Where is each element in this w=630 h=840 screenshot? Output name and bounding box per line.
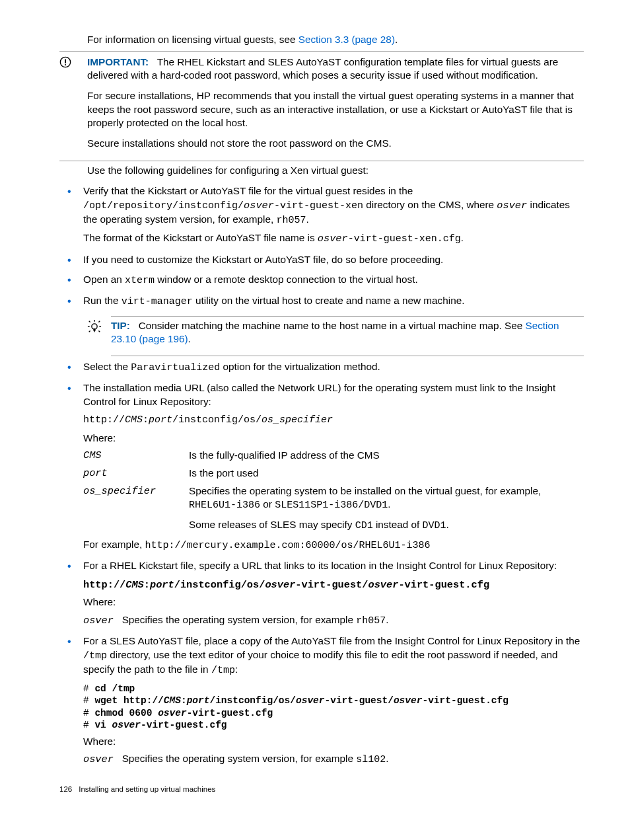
guidelines-intro: Use the following guidelines for configu… bbox=[87, 164, 584, 178]
term-spec: os_specifier bbox=[83, 484, 189, 533]
b4-code: virt-manager bbox=[122, 296, 193, 307]
bullet-8: For a SLES AutoYaST file, place a copy o… bbox=[59, 634, 584, 767]
b8-where: Where: bbox=[83, 735, 584, 749]
b3-code: xterm bbox=[125, 275, 155, 286]
b8-def: osver Specifies the operating system ver… bbox=[83, 752, 584, 767]
divider bbox=[111, 356, 584, 356]
b8-d-pre: Specifies the operating system version, … bbox=[122, 753, 357, 764]
b8-p1: For a SLES AutoYaST file, place a copy o… bbox=[83, 634, 584, 677]
b1-l2-code: -virt-guest-xen.cfg bbox=[348, 233, 461, 245]
bullet-7: For a RHEL Kickstart file, specify a URL… bbox=[59, 559, 584, 628]
term-port: port bbox=[83, 467, 189, 480]
svg-point-3 bbox=[92, 324, 97, 329]
b4-pre: Run the bbox=[83, 295, 122, 306]
b7-d-post: . bbox=[386, 614, 388, 625]
b1-post3: . bbox=[306, 213, 309, 225]
b7-p1: For a RHEL Kickstart file, specify a URL… bbox=[83, 559, 584, 573]
tip-label: TIP: bbox=[111, 320, 130, 331]
bullet-5: Select the Paravirtualized option for th… bbox=[59, 360, 584, 375]
b1-l2-pre: The format of the Kickstart or AutoYaST … bbox=[83, 232, 318, 243]
b7-term: osver bbox=[83, 615, 114, 627]
b1-l2-i: osver bbox=[318, 233, 348, 245]
b5-code: Paravirtualized bbox=[131, 362, 220, 373]
b7-where: Where: bbox=[83, 595, 584, 609]
b8-term: osver bbox=[83, 753, 114, 765]
bullet-list-1: Verify that the Kickstart or AutoYaST fi… bbox=[59, 184, 584, 309]
desc-port: Is the port used bbox=[189, 467, 584, 480]
svg-line-7 bbox=[89, 321, 90, 322]
page-number: 126 bbox=[59, 784, 72, 795]
b6-url: http://CMS:port/instconfig/os/os_specifi… bbox=[83, 414, 584, 427]
b6-where: Where: bbox=[83, 432, 584, 445]
b7-d-code: rh057 bbox=[356, 615, 386, 627]
b1-post1: directory on the CMS, where bbox=[363, 199, 497, 210]
intro-text: For information on licensing virtual gue… bbox=[87, 33, 584, 47]
b6-example: For example, http://mercury.example.com:… bbox=[83, 538, 584, 553]
divider bbox=[59, 51, 584, 52]
b5-post: option for the virtualization method. bbox=[220, 361, 380, 372]
tip-post: . bbox=[188, 333, 191, 344]
b6-p1: The installation media URL (also called … bbox=[83, 381, 584, 408]
b1-code1b: -virt-guest-xen bbox=[274, 200, 363, 211]
important-p3: Secure installations should not store th… bbox=[87, 137, 584, 151]
def-table: CMSIs the fully-qualified IP address of … bbox=[83, 449, 584, 532]
b7-d-pre: Specifies the operating system version, … bbox=[122, 614, 357, 625]
desc-spec: Specifies the operating system to be ins… bbox=[189, 484, 584, 533]
b1-code1: /opt/repository/instconfig/ bbox=[83, 200, 244, 211]
b8-d-code: sl102 bbox=[356, 754, 386, 765]
footer-title: Installing and setting up virtual machin… bbox=[79, 784, 215, 795]
b3-pre: Open an bbox=[83, 274, 125, 285]
important-p2: For secure installations, HP recommends … bbox=[87, 89, 584, 130]
b4-post: utility on the virtual host to create an… bbox=[193, 295, 465, 306]
bullet-1: Verify that the Kickstart or AutoYaST fi… bbox=[59, 184, 584, 246]
tip-callout: TIP: Consider matching the machine name … bbox=[87, 319, 584, 353]
important-callout: IMPORTANT: The RHEL Kickstart and SLES A… bbox=[59, 56, 584, 157]
b5-pre: Select the bbox=[83, 361, 131, 372]
svg-rect-2 bbox=[65, 64, 66, 65]
b1-l2-post: . bbox=[461, 232, 464, 243]
divider bbox=[59, 161, 584, 161]
important-p1-text: The RHEL Kickstart and SLES AutoYaST con… bbox=[87, 56, 558, 81]
b3-post: window or a remote desktop connection to… bbox=[155, 274, 418, 285]
svg-rect-1 bbox=[65, 59, 66, 63]
tip-text: TIP: Consider matching the machine name … bbox=[111, 319, 584, 346]
divider bbox=[111, 316, 584, 317]
b8-code-block: # cd /tmp # wget http://CMS:port/instcon… bbox=[83, 683, 584, 731]
svg-line-8 bbox=[98, 321, 100, 322]
tip-icon bbox=[87, 319, 111, 353]
b1-code1i: osver bbox=[244, 200, 274, 211]
b7-url: http://CMS:port/instconfig/os/osver-virt… bbox=[83, 578, 584, 592]
link-section-3-3[interactable]: Section 3.3 (page 28) bbox=[298, 34, 395, 45]
important-icon bbox=[59, 56, 87, 157]
tip-body-text: Consider matching the machine name to th… bbox=[139, 320, 526, 331]
term-cms: CMS bbox=[83, 449, 189, 463]
desc-cms: Is the fully-qualified IP address of the… bbox=[189, 449, 584, 463]
bullet-2: If you need to customize the Kickstart o… bbox=[59, 253, 584, 267]
svg-line-10 bbox=[98, 330, 100, 332]
page-footer: 126 Installing and setting up virtual ma… bbox=[59, 784, 584, 795]
b1-pre1: Verify that the Kickstart or AutoYaST fi… bbox=[83, 185, 413, 196]
important-label: IMPORTANT: bbox=[87, 56, 149, 67]
b1-code2i: osver bbox=[497, 200, 527, 211]
svg-line-9 bbox=[89, 330, 90, 332]
bullet-4: Run the virt-manager utility on the virt… bbox=[59, 294, 584, 309]
intro-post: . bbox=[395, 34, 398, 45]
important-p1: IMPORTANT: The RHEL Kickstart and SLES A… bbox=[87, 56, 584, 83]
intro-pre: For information on licensing virtual gue… bbox=[87, 34, 298, 45]
bullet-6: The installation media URL (also called … bbox=[59, 381, 584, 553]
b7-def: osver Specifies the operating system ver… bbox=[83, 613, 584, 628]
bullet-list-2: Select the Paravirtualized option for th… bbox=[59, 360, 584, 767]
bullet-3: Open an xterm window or a remote desktop… bbox=[59, 273, 584, 287]
b1-code3: rh057 bbox=[276, 215, 306, 226]
b8-d-post: . bbox=[386, 753, 388, 764]
